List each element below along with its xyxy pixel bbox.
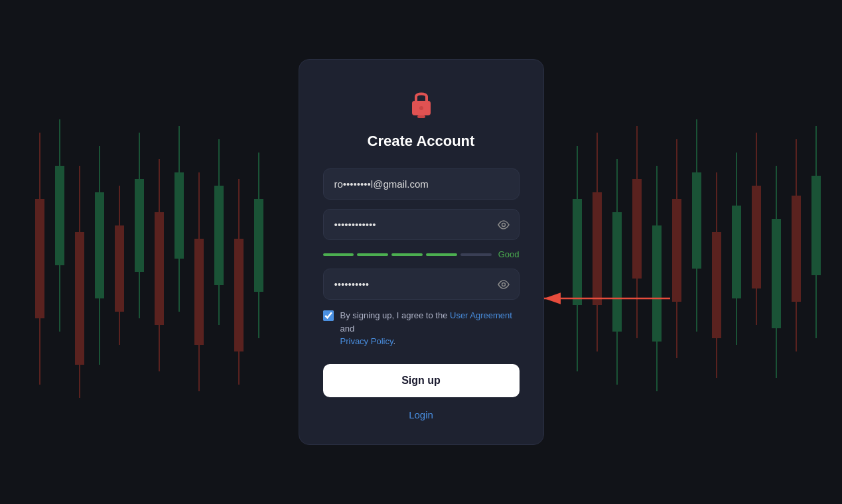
password-form-group (323, 209, 520, 240)
svg-point-53 (502, 223, 505, 226)
terms-checkbox[interactable] (323, 310, 334, 321)
strength-bar-4 (426, 253, 457, 256)
strength-bar-3 (391, 253, 423, 256)
privacy-policy-link[interactable]: Privacy Policy (340, 336, 393, 346)
strength-bar-5 (460, 253, 492, 256)
strength-bars (323, 253, 492, 256)
svg-rect-51 (417, 115, 425, 118)
login-link[interactable]: Login (323, 409, 520, 420)
strength-label: Good (498, 249, 520, 259)
password-input[interactable] (323, 209, 520, 240)
confirm-password-input-wrapper (323, 269, 520, 300)
create-account-card: Create Account (299, 59, 544, 445)
lock-icon (404, 86, 439, 121)
terms-checkbox-row: By signing up, I agree to the User Agree… (323, 309, 520, 348)
modal-overlay: Create Account (0, 0, 842, 504)
email-input[interactable] (323, 168, 520, 200)
page-title: Create Account (323, 133, 520, 150)
email-form-group (323, 168, 520, 200)
arrow-annotation (537, 285, 670, 312)
svg-point-52 (419, 106, 423, 110)
confirm-password-form-group (323, 269, 520, 300)
signup-button[interactable]: Sign up (323, 364, 520, 397)
strength-bar-1 (323, 253, 354, 256)
card-icon-container (323, 86, 520, 121)
strength-bar-2 (357, 253, 388, 256)
confirm-password-eye-icon[interactable] (497, 278, 510, 291)
terms-text-end: . (393, 336, 395, 346)
terms-label: By signing up, I agree to the User Agree… (340, 309, 520, 348)
password-strength-row: Good (323, 249, 520, 259)
password-eye-icon[interactable] (497, 218, 510, 231)
confirm-password-input[interactable] (323, 269, 520, 300)
svg-point-54 (502, 283, 505, 286)
terms-text-middle: and (340, 324, 355, 334)
password-input-wrapper (323, 209, 520, 240)
terms-text-before: By signing up, I agree to the (340, 310, 451, 320)
user-agreement-link[interactable]: User Agreement (450, 310, 512, 320)
